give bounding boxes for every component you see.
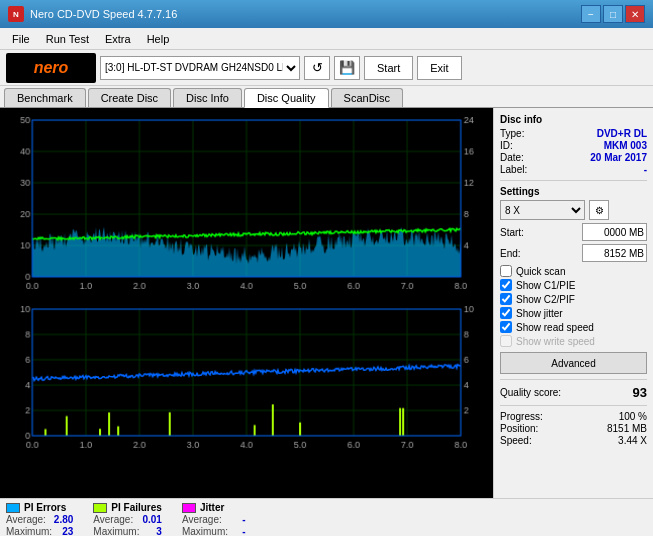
close-button[interactable]: ✕ <box>625 5 645 23</box>
id-value: MKM 003 <box>604 140 647 151</box>
quick-scan-label: Quick scan <box>516 266 565 277</box>
pi-max-label: Maximum: <box>6 526 52 536</box>
start-label: Start: <box>500 227 524 238</box>
end-input[interactable] <box>582 244 647 262</box>
start-input[interactable] <box>582 223 647 241</box>
progress-value: 100 % <box>619 411 647 422</box>
pi-avg-val: 2.80 <box>54 514 73 525</box>
date-row: Date: 20 Mar 2017 <box>500 152 647 163</box>
tab-benchmark[interactable]: Benchmark <box>4 88 86 107</box>
show-c2-checkbox[interactable] <box>500 293 512 305</box>
speed-value: 3.44 X <box>618 435 647 446</box>
tab-disc-quality[interactable]: Disc Quality <box>244 88 329 108</box>
speed-select[interactable]: 8 X Max 4 X 16 X <box>500 200 585 220</box>
label-row: Label: - <box>500 164 647 175</box>
show-write-speed-row: Show write speed <box>500 335 647 347</box>
quality-score-value: 93 <box>633 385 647 400</box>
end-row: End: <box>500 244 647 262</box>
minimize-button[interactable]: − <box>581 5 601 23</box>
refresh-button[interactable]: ↺ <box>304 56 330 80</box>
divider-2 <box>500 379 647 380</box>
quality-score-row: Quality score: 93 <box>500 385 647 400</box>
type-row: Type: DVD+R DL <box>500 128 647 139</box>
show-jitter-row: Show jitter <box>500 307 647 319</box>
title-bar: N Nero CD-DVD Speed 4.7.7.16 − □ ✕ <box>0 0 653 28</box>
jitter-max-val: - <box>242 526 245 536</box>
progress-section: Progress: 100 % Position: 8151 MB Speed:… <box>500 411 647 446</box>
show-c1-checkbox[interactable] <box>500 279 512 291</box>
date-value: 20 Mar 2017 <box>590 152 647 163</box>
show-read-speed-checkbox[interactable] <box>500 321 512 333</box>
show-c1-row: Show C1/PIE <box>500 279 647 291</box>
label-value: - <box>644 164 647 175</box>
pi-failures-group: PI Failures Average: 0.01 Maximum: 3 Tot… <box>93 502 162 536</box>
app-logo: nero <box>6 53 96 83</box>
position-label: Position: <box>500 423 538 434</box>
drive-selector[interactable]: [3:0] HL-DT-ST DVDRAM GH24NSD0 LH00 <box>100 56 300 80</box>
id-row: ID: MKM 003 <box>500 140 647 151</box>
show-c2-label: Show C2/PIF <box>516 294 575 305</box>
tab-bar: Benchmark Create Disc Disc Info Disc Qua… <box>0 86 653 108</box>
jitter-max-label: Maximum: <box>182 526 228 536</box>
type-label: Type: <box>500 128 524 139</box>
pi-failures-label: PI Failures <box>111 502 162 513</box>
show-read-speed-row: Show read speed <box>500 321 647 333</box>
label-label: Label: <box>500 164 527 175</box>
menu-bar: File Run Test Extra Help <box>0 28 653 50</box>
speed-row-progress: Speed: 3.44 X <box>500 435 647 446</box>
jitter-color <box>182 503 196 513</box>
toolbar: nero [3:0] HL-DT-ST DVDRAM GH24NSD0 LH00… <box>0 50 653 86</box>
tab-disc-info[interactable]: Disc Info <box>173 88 242 107</box>
quality-score-label: Quality score: <box>500 387 561 398</box>
position-value: 8151 MB <box>607 423 647 434</box>
maximize-button[interactable]: □ <box>603 5 623 23</box>
show-write-speed-checkbox <box>500 335 512 347</box>
show-read-speed-label: Show read speed <box>516 322 594 333</box>
show-jitter-label: Show jitter <box>516 308 563 319</box>
pi-errors-avg: Average: 2.80 <box>6 514 73 525</box>
pi-avg-label: Average: <box>6 514 46 525</box>
exit-button[interactable]: Exit <box>417 56 461 80</box>
jitter-header: Jitter <box>182 502 246 513</box>
progress-label: Progress: <box>500 411 543 422</box>
pi-errors-color <box>6 503 20 513</box>
speed-label: Speed: <box>500 435 532 446</box>
stats-bar: PI Errors Average: 2.80 Maximum: 23 Tota… <box>0 498 653 536</box>
pi-max-val: 23 <box>62 526 73 536</box>
jitter-avg: Average: - <box>182 514 246 525</box>
save-button[interactable]: 💾 <box>334 56 360 80</box>
tab-scan-disc[interactable]: ScanDisc <box>331 88 403 107</box>
show-c1-label: Show C1/PIE <box>516 280 575 291</box>
menu-file[interactable]: File <box>4 31 38 47</box>
chart-area <box>0 108 493 498</box>
advanced-button[interactable]: Advanced <box>500 352 647 374</box>
jitter-max: Maximum: - <box>182 526 246 536</box>
pi-errors-header: PI Errors <box>6 502 73 513</box>
pi-errors-group: PI Errors Average: 2.80 Maximum: 23 Tota… <box>6 502 73 536</box>
start-row: Start: <box>500 223 647 241</box>
quick-scan-checkbox[interactable] <box>500 265 512 277</box>
start-button[interactable]: Start <box>364 56 413 80</box>
pi-errors-max: Maximum: 23 <box>6 526 73 536</box>
jitter-avg-val: - <box>242 514 245 525</box>
menu-run-test[interactable]: Run Test <box>38 31 97 47</box>
show-jitter-checkbox[interactable] <box>500 307 512 319</box>
settings-icon-btn[interactable]: ⚙ <box>589 200 609 220</box>
settings-title: Settings <box>500 186 647 197</box>
jitter-group: Jitter Average: - Maximum: - PO failures… <box>182 502 246 536</box>
pi-errors-label: PI Errors <box>24 502 66 513</box>
pif-avg-val: 0.01 <box>142 514 161 525</box>
pif-avg-label: Average: <box>93 514 133 525</box>
end-label: End: <box>500 248 521 259</box>
menu-help[interactable]: Help <box>139 31 178 47</box>
menu-extra[interactable]: Extra <box>97 31 139 47</box>
speed-row: 8 X Max 4 X 16 X ⚙ <box>500 200 647 220</box>
app-icon: N <box>8 6 24 22</box>
pi-failures-max: Maximum: 3 <box>93 526 162 536</box>
quick-scan-row: Quick scan <box>500 265 647 277</box>
tab-create-disc[interactable]: Create Disc <box>88 88 171 107</box>
date-label: Date: <box>500 152 524 163</box>
pif-max-val: 3 <box>156 526 162 536</box>
lower-chart <box>4 301 489 458</box>
pi-failures-color <box>93 503 107 513</box>
